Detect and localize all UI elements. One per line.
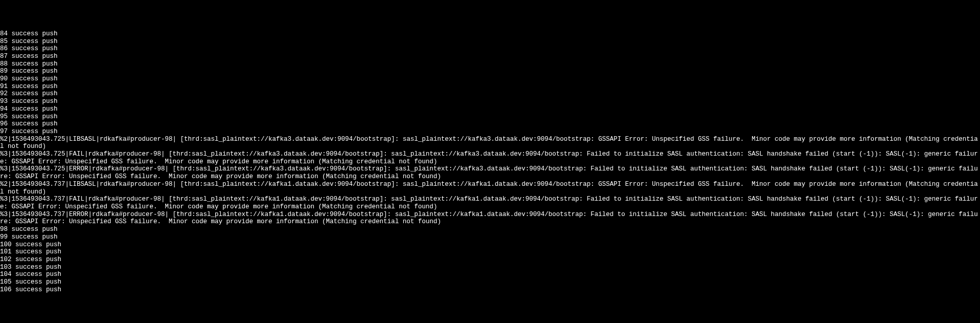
- terminal-line: 84 success push: [0, 30, 980, 38]
- terminal-line: 94 success push: [0, 105, 980, 113]
- terminal-line: %3|1536493043.725|FAIL|rdkafka#producer-…: [0, 150, 980, 165]
- terminal-line: 92 success push: [0, 90, 980, 98]
- terminal-line: 93 success push: [0, 98, 980, 105]
- terminal-output[interactable]: 84 success push85 success push86 success…: [0, 30, 980, 294]
- terminal-line: 85 success push: [0, 38, 980, 46]
- terminal-line: 86 success push: [0, 45, 980, 53]
- terminal-line: 98 success push: [0, 226, 980, 233]
- terminal-line: 97 success push: [0, 128, 980, 136]
- terminal-line: 99 success push: [0, 233, 980, 241]
- terminal-line: %2|1536493043.725|LIBSASL|rdkafka#produc…: [0, 136, 980, 150]
- terminal-line: 95 success push: [0, 113, 980, 121]
- terminal-line: %3|1536493043.725|ERROR|rdkafka#producer…: [0, 165, 980, 180]
- terminal-line: 90 success push: [0, 75, 980, 83]
- terminal-line: 96 success push: [0, 120, 980, 128]
- terminal-line: %2|1536493043.737|LIBSASL|rdkafka#produc…: [0, 181, 980, 196]
- terminal-line: 87 success push: [0, 53, 980, 60]
- terminal-line: %3|1536493043.737|ERROR|rdkafka#producer…: [0, 211, 980, 226]
- terminal-line: 106 success push: [0, 286, 980, 294]
- terminal-line: 101 success push: [0, 248, 980, 256]
- terminal-line: 102 success push: [0, 256, 980, 264]
- terminal-line: %3|1536493043.737|FAIL|rdkafka#producer-…: [0, 196, 980, 210]
- terminal-line: 104 success push: [0, 271, 980, 278]
- terminal-line: 88 success push: [0, 60, 980, 68]
- terminal-line: 100 success push: [0, 241, 980, 249]
- terminal-line: 89 success push: [0, 68, 980, 75]
- terminal-line: 103 success push: [0, 264, 980, 271]
- terminal-line: 91 success push: [0, 83, 980, 91]
- terminal-line: 105 success push: [0, 278, 980, 286]
